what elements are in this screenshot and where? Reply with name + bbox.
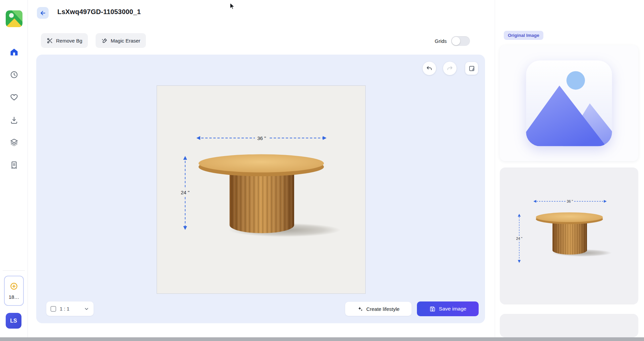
- sidebar-item-favorites[interactable]: [9, 92, 19, 103]
- crop-square-icon: [51, 306, 56, 312]
- compare-icon: [469, 65, 475, 72]
- thumbnail-width-label: 36 ": [566, 199, 574, 203]
- avatar[interactable]: LS: [6, 313, 21, 329]
- magic-eraser-label: Magic Eraser: [111, 38, 140, 44]
- original-image-card[interactable]: [500, 45, 638, 161]
- redo-button[interactable]: [443, 62, 457, 75]
- page-title: LsXwq497GD-11053000_1: [57, 8, 141, 16]
- create-lifestyle-label: Create lifestyle: [366, 306, 399, 312]
- magic-eraser-icon: [101, 38, 108, 44]
- sidebar-item-downloads[interactable]: [9, 115, 19, 126]
- save-image-button[interactable]: Save image: [417, 301, 479, 316]
- editor-canvas[interactable]: 36 " 24 " 1 : 1 Create lifestyle Sa: [36, 55, 485, 323]
- image-placeholder-icon: [525, 59, 613, 148]
- credits-count: 18…: [9, 294, 19, 300]
- next-version-card[interactable]: [500, 314, 638, 337]
- thumbnail-height-label: 24 ": [515, 236, 524, 241]
- history-icon: [10, 70, 18, 79]
- back-arrow-icon: [40, 10, 46, 16]
- undo-button[interactable]: [423, 62, 436, 75]
- coin-icon: [10, 282, 18, 291]
- logo-icon: [6, 10, 22, 27]
- redo-icon: [446, 65, 453, 72]
- sidebar-item-history[interactable]: [9, 69, 19, 80]
- height-dimension-label: 24 ": [178, 189, 192, 196]
- aspect-ratio-value: 1 : 1: [60, 306, 69, 312]
- product-stage: 36 " 24 ": [157, 85, 366, 294]
- avatar-initials: LS: [10, 318, 17, 324]
- sidebar-divider: [3, 270, 25, 271]
- aspect-ratio-select[interactable]: 1 : 1: [46, 301, 94, 316]
- save-image-label: Save image: [439, 306, 467, 312]
- app-logo[interactable]: [6, 10, 22, 27]
- sidebar-item-home[interactable]: [9, 47, 19, 57]
- header: LsXwq497GD-11053000_1: [28, 0, 495, 25]
- sidebar-item-billing[interactable]: [9, 160, 19, 170]
- compare-button[interactable]: [465, 62, 478, 75]
- remove-bg-button[interactable]: Remove Bg: [41, 33, 88, 48]
- heart-icon: [10, 93, 18, 101]
- width-dimension-label: 36 ": [255, 135, 268, 141]
- download-icon: [10, 116, 18, 125]
- bottom-strip: [0, 337, 644, 341]
- credits-badge[interactable]: 18…: [4, 276, 24, 306]
- save-icon: [429, 306, 436, 312]
- chevron-down-icon: [84, 306, 89, 312]
- back-button[interactable]: [37, 7, 49, 19]
- undo-icon: [426, 65, 433, 72]
- thumbnail-dimension-arrows: [500, 167, 638, 304]
- grids-control: Grids: [435, 35, 470, 47]
- sidebar: 18… LS: [0, 0, 28, 337]
- grids-label: Grids: [435, 38, 447, 44]
- layers-icon: [10, 138, 18, 147]
- grids-toggle[interactable]: [451, 36, 470, 46]
- app-root: 18… LS LsXwq497GD-11053000_1 Remove Bg M…: [0, 0, 644, 341]
- billing-icon: [10, 161, 18, 169]
- scissors-icon: [47, 38, 53, 44]
- magic-eraser-button[interactable]: Magic Eraser: [96, 33, 146, 48]
- remove-bg-label: Remove Bg: [56, 38, 82, 44]
- edited-version-card[interactable]: 36 " 24 ": [500, 167, 638, 304]
- original-image-badge: Original Image: [504, 31, 543, 40]
- home-icon: [9, 47, 19, 57]
- right-panel: Original Image: [495, 0, 644, 337]
- toggle-knob: [452, 37, 460, 45]
- sidebar-item-layers[interactable]: [9, 137, 19, 148]
- create-lifestyle-button[interactable]: Create lifestyle: [345, 302, 412, 316]
- sparkles-icon: [357, 306, 363, 312]
